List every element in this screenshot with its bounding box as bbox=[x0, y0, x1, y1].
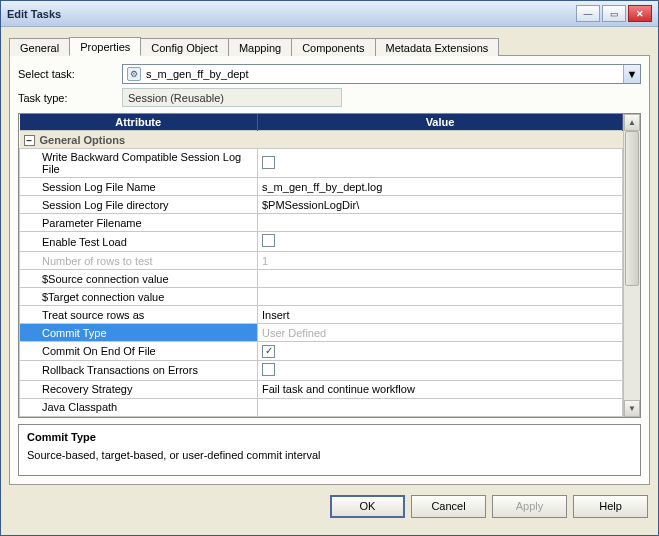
table-row: Rollback Transactions on Errors bbox=[20, 360, 623, 380]
select-task-dropdown[interactable]: ⚙ s_m_gen_ff_by_dept ▼ bbox=[122, 64, 641, 84]
attr-label: Parameter Filename bbox=[24, 217, 142, 229]
table-row: Recovery StrategyFail task and continue … bbox=[20, 380, 623, 398]
section-general-options[interactable]: –General Options bbox=[20, 131, 623, 149]
help-button[interactable]: Help bbox=[573, 495, 648, 518]
checkbox-write-backward[interactable] bbox=[262, 156, 275, 169]
attr-label: Commit On End Of File bbox=[24, 345, 156, 357]
attr-label: Recovery Strategy bbox=[24, 383, 132, 395]
tab-components[interactable]: Components bbox=[291, 38, 375, 56]
attr-label: $Target connection value bbox=[24, 291, 164, 303]
cell-value[interactable]: User Defined bbox=[258, 324, 623, 342]
apply-button: Apply bbox=[492, 495, 567, 518]
task-type-value: Session (Reusable) bbox=[122, 88, 342, 107]
checkbox-commit-end-file[interactable]: ✓ bbox=[262, 345, 275, 358]
scroll-down-icon[interactable]: ▼ bbox=[624, 400, 640, 417]
cell-value: 1 bbox=[258, 252, 623, 270]
table-row: Session Log File Names_m_gen_ff_by_dept.… bbox=[20, 178, 623, 196]
attr-label: Number of rows to test bbox=[24, 255, 153, 267]
table-row: Number of rows to test1 bbox=[20, 252, 623, 270]
description-text: Source-based, target-based, or user-defi… bbox=[27, 449, 632, 461]
attr-label: Java Classpath bbox=[24, 401, 117, 413]
cell-value[interactable]: $PMSessionLogDir\ bbox=[258, 196, 623, 214]
cell-value[interactable]: Insert bbox=[258, 306, 623, 324]
attr-label: Commit Type bbox=[24, 327, 107, 339]
vertical-scrollbar[interactable]: ▲ ▼ bbox=[623, 114, 640, 417]
tab-metadata-extensions[interactable]: Metadata Extensions bbox=[375, 38, 500, 56]
tab-general[interactable]: General bbox=[9, 38, 70, 56]
scroll-track[interactable] bbox=[624, 131, 640, 400]
attr-label: Session Log File Name bbox=[24, 181, 156, 193]
scroll-up-icon[interactable]: ▲ bbox=[624, 114, 640, 131]
col-header-value[interactable]: Value bbox=[258, 114, 623, 131]
attribute-grid: Attribute Value –General Options Write B… bbox=[19, 114, 623, 417]
attr-label: Treat source rows as bbox=[24, 309, 144, 321]
tab-config-object[interactable]: Config Object bbox=[140, 38, 229, 56]
titlebar[interactable]: Edit Tasks — ▭ ✕ bbox=[1, 1, 658, 27]
checkbox-rollback[interactable] bbox=[262, 363, 275, 376]
task-type-label: Task type: bbox=[18, 92, 122, 104]
table-row-selected: Commit TypeUser Defined bbox=[20, 324, 623, 342]
col-header-attribute[interactable]: Attribute bbox=[20, 114, 258, 131]
table-row: Parameter Filename bbox=[20, 214, 623, 232]
checkbox-enable-test-load[interactable] bbox=[262, 234, 275, 247]
table-row: Commit On End Of File✓ bbox=[20, 342, 623, 361]
close-button[interactable]: ✕ bbox=[628, 5, 652, 22]
cell-value[interactable] bbox=[258, 398, 623, 416]
scroll-thumb[interactable] bbox=[625, 131, 639, 286]
session-icon: ⚙ bbox=[127, 67, 141, 81]
tab-strip: General Properties Config Object Mapping… bbox=[9, 33, 650, 55]
collapse-icon[interactable]: – bbox=[24, 135, 35, 146]
properties-panel: Select task: ⚙ s_m_gen_ff_by_dept ▼ Task… bbox=[9, 55, 650, 485]
cell-value[interactable] bbox=[258, 288, 623, 306]
edit-tasks-window: Edit Tasks — ▭ ✕ General Properties Conf… bbox=[0, 0, 659, 536]
cancel-button[interactable]: Cancel bbox=[411, 495, 486, 518]
attr-label: Rollback Transactions on Errors bbox=[24, 364, 198, 376]
attribute-grid-wrap: Attribute Value –General Options Write B… bbox=[18, 113, 641, 418]
cell-value[interactable] bbox=[258, 270, 623, 288]
attr-label: Write Backward Compatible Session Log Fi… bbox=[24, 151, 253, 175]
maximize-button[interactable]: ▭ bbox=[602, 5, 626, 22]
table-row: Enable Test Load bbox=[20, 232, 623, 252]
window-title: Edit Tasks bbox=[7, 8, 576, 20]
tab-mapping[interactable]: Mapping bbox=[228, 38, 292, 56]
attr-label: Session Log File directory bbox=[24, 199, 169, 211]
select-task-label: Select task: bbox=[18, 68, 122, 80]
attr-label: $Source connection value bbox=[24, 273, 169, 285]
chevron-down-icon[interactable]: ▼ bbox=[623, 65, 640, 83]
attr-label: Enable Test Load bbox=[24, 236, 127, 248]
minimize-button[interactable]: — bbox=[576, 5, 600, 22]
table-row: Session Log File directory$PMSessionLogD… bbox=[20, 196, 623, 214]
cell-value[interactable]: Fail task and continue workflow bbox=[258, 380, 623, 398]
table-row: Treat source rows asInsert bbox=[20, 306, 623, 324]
ok-button[interactable]: OK bbox=[330, 495, 405, 518]
table-row: Write Backward Compatible Session Log Fi… bbox=[20, 149, 623, 178]
cell-value[interactable] bbox=[258, 214, 623, 232]
table-row: $Target connection value bbox=[20, 288, 623, 306]
button-bar: OK Cancel Apply Help bbox=[9, 495, 650, 518]
table-row: Java Classpath bbox=[20, 398, 623, 416]
description-panel: Commit Type Source-based, target-based, … bbox=[18, 424, 641, 476]
select-task-value: s_m_gen_ff_by_dept bbox=[146, 68, 249, 80]
cell-value[interactable]: s_m_gen_ff_by_dept.log bbox=[258, 178, 623, 196]
table-row: $Source connection value bbox=[20, 270, 623, 288]
description-title: Commit Type bbox=[27, 431, 632, 443]
tab-properties[interactable]: Properties bbox=[69, 37, 141, 56]
